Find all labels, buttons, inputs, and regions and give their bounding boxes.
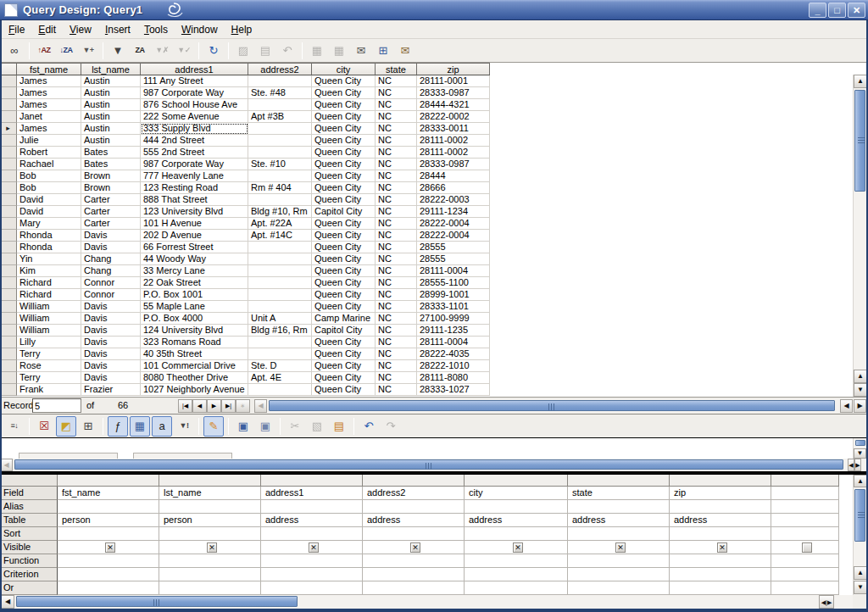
visible-checkbox[interactable]: ✕ bbox=[410, 542, 420, 553]
row-selector[interactable] bbox=[0, 265, 17, 277]
column-header-fst_name[interactable]: fst_name bbox=[17, 63, 81, 75]
design-cell-function[interactable] bbox=[261, 554, 363, 568]
row-selector[interactable] bbox=[0, 253, 17, 265]
cell[interactable]: NC bbox=[376, 277, 417, 289]
menu-insert[interactable]: Insert bbox=[98, 21, 137, 38]
cell[interactable]: 28222-1010 bbox=[417, 360, 490, 372]
row-selector[interactable] bbox=[0, 159, 17, 170]
scroll-up-icon[interactable]: ▲ bbox=[854, 475, 867, 487]
cell[interactable]: William bbox=[17, 325, 81, 337]
cell[interactable]: Ste. #10 bbox=[248, 159, 312, 170]
design-column-header[interactable] bbox=[670, 475, 771, 487]
table-name[interactable]: ▦ bbox=[130, 416, 150, 437]
cell[interactable]: Davis bbox=[81, 372, 141, 384]
design-cell-visible[interactable]: ✕ bbox=[159, 541, 261, 554]
cell[interactable]: Queen City bbox=[312, 337, 376, 348]
cell[interactable]: Rose bbox=[17, 360, 81, 372]
cell[interactable] bbox=[248, 384, 312, 396]
scroll-right-icon[interactable]: ▶ bbox=[854, 399, 866, 413]
save[interactable]: ▣ bbox=[233, 416, 253, 437]
cell[interactable]: Queen City bbox=[312, 242, 376, 253]
cell[interactable]: NC bbox=[376, 87, 417, 99]
cell[interactable]: Bldg #16, Rm bbox=[248, 325, 312, 337]
column-header-address2[interactable]: address2 bbox=[248, 63, 312, 75]
cell[interactable] bbox=[248, 147, 312, 159]
cell[interactable]: 876 School House Ave bbox=[141, 99, 248, 111]
cell[interactable] bbox=[248, 265, 312, 277]
cell[interactable]: Queen City bbox=[312, 147, 376, 159]
design-cell-alias[interactable] bbox=[465, 500, 568, 514]
cell[interactable]: William bbox=[17, 301, 81, 313]
row-selector[interactable] bbox=[0, 111, 17, 123]
design-cell-function[interactable] bbox=[771, 554, 839, 568]
cell[interactable]: Davis bbox=[81, 360, 141, 372]
design-column-header[interactable] bbox=[159, 475, 261, 487]
cell[interactable]: Davis bbox=[81, 325, 141, 337]
row-selector[interactable] bbox=[0, 313, 17, 325]
cell[interactable]: Frazier bbox=[81, 384, 141, 396]
first-record[interactable]: |◀ bbox=[178, 399, 192, 413]
column-header-zip[interactable]: zip bbox=[417, 63, 490, 75]
cell[interactable]: NC bbox=[376, 99, 417, 111]
maximize-button[interactable]: □ bbox=[828, 3, 846, 18]
design-cell-visible[interactable]: ✕ bbox=[465, 541, 568, 554]
design-cell-or[interactable] bbox=[465, 581, 568, 595]
cell[interactable]: NC bbox=[376, 147, 417, 159]
cell[interactable] bbox=[248, 289, 312, 301]
alias[interactable]: a bbox=[152, 416, 172, 437]
results-hscrollbar-thumb[interactable] bbox=[269, 400, 835, 411]
cell[interactable]: Queen City bbox=[312, 99, 376, 111]
menu-view[interactable]: View bbox=[63, 21, 98, 38]
cell[interactable] bbox=[248, 242, 312, 253]
cell[interactable]: Terry bbox=[17, 348, 81, 360]
design-cell-alias[interactable] bbox=[771, 500, 839, 514]
cell[interactable]: Bates bbox=[81, 147, 141, 159]
cell[interactable]: NC bbox=[376, 230, 417, 242]
row-selector[interactable] bbox=[0, 360, 17, 372]
cell[interactable]: NC bbox=[376, 360, 417, 372]
cell[interactable]: Connor bbox=[81, 289, 141, 301]
design-cell-sort[interactable] bbox=[363, 527, 465, 541]
cell[interactable]: 28222-0004 bbox=[417, 218, 490, 230]
cell[interactable]: James bbox=[17, 99, 81, 111]
cell[interactable]: 44 Woody Way bbox=[141, 253, 248, 265]
cell[interactable]: 28222-0004 bbox=[417, 230, 490, 242]
cell[interactable]: Queen City bbox=[312, 230, 376, 242]
cell[interactable]: 987 Corporate Way bbox=[141, 87, 248, 99]
cell[interactable]: NC bbox=[376, 135, 417, 147]
design-column-header[interactable] bbox=[771, 475, 839, 487]
cell[interactable]: James bbox=[17, 75, 81, 87]
record-number-input[interactable] bbox=[32, 398, 81, 413]
design-cell-alias[interactable] bbox=[568, 500, 670, 514]
cell[interactable]: Capitol City bbox=[312, 206, 376, 218]
cell[interactable]: NC bbox=[376, 111, 417, 123]
cell[interactable]: 28333-0987 bbox=[417, 159, 490, 170]
cell[interactable]: 101 H Avenue bbox=[141, 218, 248, 230]
cell[interactable]: 123 University Blvd bbox=[141, 206, 248, 218]
cell[interactable]: Queen City bbox=[312, 384, 376, 396]
row-selector[interactable] bbox=[0, 170, 17, 182]
run-query[interactable]: ≡↓ bbox=[4, 416, 25, 437]
design-cell-or[interactable] bbox=[670, 581, 771, 595]
design-cell-criterion[interactable] bbox=[568, 568, 670, 581]
design-cell-field[interactable]: address2 bbox=[363, 487, 465, 500]
cell[interactable]: 28111-0002 bbox=[417, 135, 490, 147]
cell[interactable]: 888 That Street bbox=[141, 194, 248, 206]
cell[interactable]: Richard bbox=[17, 289, 81, 301]
cell[interactable]: 28111-0002 bbox=[417, 147, 490, 159]
design-cell-table[interactable]: person bbox=[159, 514, 261, 527]
functions[interactable]: ƒ bbox=[108, 416, 128, 437]
row-selector[interactable] bbox=[0, 206, 17, 218]
design-cell-table[interactable]: address bbox=[568, 514, 670, 527]
previous-record[interactable]: ◀ bbox=[192, 399, 207, 413]
save-as[interactable]: ▣ bbox=[255, 416, 275, 437]
cell[interactable]: James bbox=[17, 87, 81, 99]
scroll-left-icon[interactable]: ◀ bbox=[848, 459, 854, 471]
distinct-values[interactable]: ▼! bbox=[174, 416, 194, 437]
pane-vscrollbar-thumb[interactable] bbox=[855, 440, 865, 446]
cell[interactable]: NC bbox=[376, 170, 417, 182]
design-vscrollbar-thumb[interactable] bbox=[854, 489, 865, 542]
cell[interactable]: NC bbox=[376, 325, 417, 337]
cell[interactable]: 101 Commercial Drive bbox=[141, 360, 248, 372]
row-selector[interactable] bbox=[0, 325, 17, 337]
